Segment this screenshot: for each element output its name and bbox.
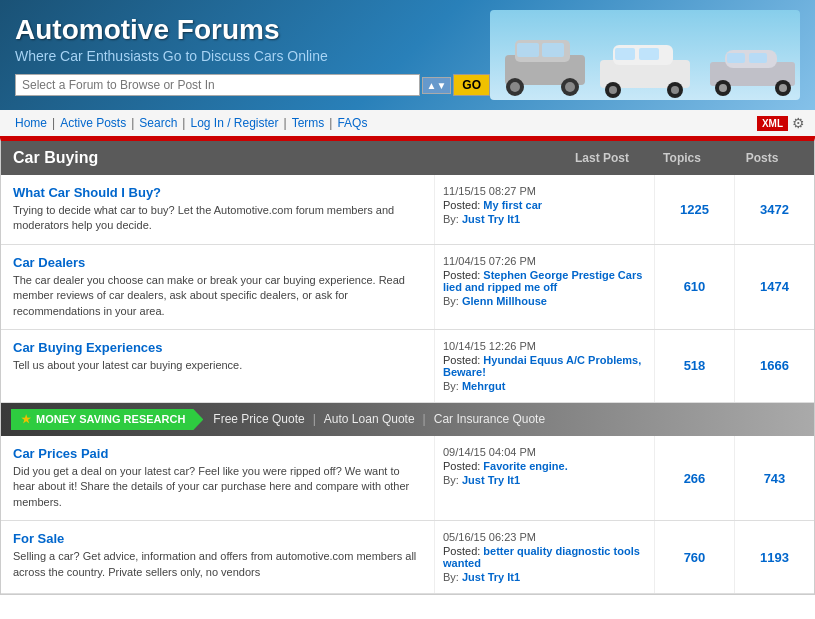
forum-last-post-prices-paid: 09/14/15 04:04 PM Posted: Favorite engin… — [434, 436, 654, 520]
forum-name-prices-paid[interactable]: Car Prices Paid — [13, 446, 422, 461]
forum-go-button[interactable]: GO — [453, 74, 490, 96]
money-links: Free Price Quote | Auto Loan Quote | Car… — [213, 412, 545, 426]
category-header: Car Buying Last Post Topics Posts — [1, 141, 814, 175]
header-branding: Automotive Forums Where Car Enthusiasts … — [15, 14, 490, 96]
last-post-title-for-sale[interactable]: better quality diagnostic tools wanted — [443, 545, 640, 569]
last-post-date-what-car: 11/15/15 08:27 PM — [443, 185, 646, 197]
last-post-user-for-sale[interactable]: Just Try It1 — [462, 571, 520, 583]
money-saving-label: MONEY SAVING RESEARCH — [36, 413, 185, 425]
forum-name-for-sale[interactable]: For Sale — [13, 531, 422, 546]
last-post-posted-label-for-sale: Posted: better quality diagnostic tools … — [443, 545, 646, 569]
last-post-user-prices-paid[interactable]: Just Try It1 — [462, 474, 520, 486]
forum-name-buying-exp[interactable]: Car Buying Experiences — [13, 340, 422, 355]
forum-name-what-car[interactable]: What Car Should I Buy? — [13, 185, 422, 200]
cars-banner-image — [490, 10, 800, 100]
svg-point-14 — [671, 86, 679, 94]
money-link-auto-loan[interactable]: Auto Loan Quote — [324, 412, 415, 426]
svg-rect-15 — [615, 48, 635, 60]
car-buying-section: Car Buying Last Post Topics Posts What C… — [0, 138, 815, 595]
category-title: Car Buying — [13, 149, 562, 167]
last-post-by-for-sale: By: Just Try It1 — [443, 571, 646, 583]
nav-search[interactable]: Search — [134, 116, 182, 130]
forum-posts-prices-paid: 743 — [734, 436, 814, 520]
forum-row-what-car: What Car Should I Buy? Trying to decide … — [1, 175, 814, 245]
page-header: Automotive Forums Where Car Enthusiasts … — [0, 0, 815, 110]
forum-name-car-dealers[interactable]: Car Dealers — [13, 255, 422, 270]
money-link-car-insurance[interactable]: Car Insurance Quote — [434, 412, 545, 426]
star-icon: ★ — [21, 413, 31, 426]
forum-info-for-sale: For Sale Selling a car? Get advice, info… — [1, 521, 434, 593]
svg-rect-23 — [727, 53, 745, 63]
nav-active-posts[interactable]: Active Posts — [55, 116, 131, 130]
last-post-date-car-dealers: 11/04/15 07:26 PM — [443, 255, 646, 267]
select-arrows-icon[interactable]: ▲▼ — [422, 77, 452, 94]
last-post-user-car-dealers[interactable]: Glenn Millhouse — [462, 295, 547, 307]
last-post-title-prices-paid[interactable]: Favorite engine. — [483, 460, 567, 472]
nav-login[interactable]: Log In / Register — [185, 116, 283, 130]
last-post-by-buying-exp: By: Mehrgut — [443, 380, 646, 392]
last-post-posted-label-dealers: Posted: Stephen George Prestige Cars lie… — [443, 269, 646, 293]
forum-last-post-buying-exp: 10/14/15 12:26 PM Posted: Hyundai Equus … — [434, 330, 654, 402]
forum-topics-for-sale: 760 — [654, 521, 734, 593]
forum-select-input[interactable] — [15, 74, 420, 96]
forum-topics-buying-exp: 518 — [654, 330, 734, 402]
col-header-last-post: Last Post — [562, 151, 642, 165]
forum-last-post-what-car: 11/15/15 08:27 PM Posted: My first car B… — [434, 175, 654, 244]
last-post-posted-label-prices-paid: Posted: Favorite engine. — [443, 460, 646, 472]
last-post-by-what-car: By: Just Try It1 — [443, 213, 646, 225]
forum-desc-for-sale: Selling a car? Get advice, information a… — [13, 549, 422, 580]
last-post-title-buying-exp[interactable]: Hyundai Equus A/C Problems, Beware! — [443, 354, 641, 378]
nav-links: Home | Active Posts | Search | Log In / … — [10, 116, 372, 130]
forum-topics-car-dealers: 610 — [654, 245, 734, 329]
forum-row-prices-paid: Car Prices Paid Did you get a deal on yo… — [1, 436, 814, 521]
header-cars-image — [490, 10, 800, 100]
last-post-posted-label: Posted: My first car — [443, 199, 646, 211]
last-post-date-for-sale: 05/16/15 06:23 PM — [443, 531, 646, 543]
svg-rect-24 — [749, 53, 767, 63]
svg-point-6 — [565, 82, 575, 92]
money-link-free-price-quote[interactable]: Free Price Quote — [213, 412, 304, 426]
last-post-user-what-car[interactable]: Just Try It1 — [462, 213, 520, 225]
last-post-date-buying-exp: 10/14/15 12:26 PM — [443, 340, 646, 352]
nav-terms[interactable]: Terms — [287, 116, 330, 130]
forum-row-buying-exp: Car Buying Experiences Tell us about you… — [1, 330, 814, 403]
col-header-topics: Topics — [642, 151, 722, 165]
forum-posts-for-sale: 1193 — [734, 521, 814, 593]
forum-topics-prices-paid: 266 — [654, 436, 734, 520]
svg-point-4 — [510, 82, 520, 92]
money-saving-badge: ★ MONEY SAVING RESEARCH — [11, 409, 203, 430]
forum-posts-car-dealers: 1474 — [734, 245, 814, 329]
last-post-by-prices-paid: By: Just Try It1 — [443, 474, 646, 486]
last-post-posted-label-buying-exp: Posted: Hyundai Equus A/C Problems, Bewa… — [443, 354, 646, 378]
forum-posts-what-car: 3472 — [734, 175, 814, 244]
svg-rect-8 — [542, 43, 564, 57]
money-saving-bar: ★ MONEY SAVING RESEARCH Free Price Quote… — [1, 403, 814, 436]
site-title: Automotive Forums — [15, 14, 490, 46]
last-post-user-buying-exp[interactable]: Mehrgut — [462, 380, 505, 392]
site-subtitle: Where Car Enthusiasts Go to Discuss Cars… — [15, 48, 490, 64]
forum-desc-prices-paid: Did you get a deal on your latest car? F… — [13, 464, 422, 510]
forum-desc-what-car: Trying to decide what car to buy? Let th… — [13, 203, 422, 234]
forum-posts-buying-exp: 1666 — [734, 330, 814, 402]
nav-right: XML ⚙ — [757, 115, 805, 131]
settings-icon[interactable]: ⚙ — [792, 115, 805, 131]
last-post-title-what-car[interactable]: My first car — [483, 199, 542, 211]
forum-last-post-for-sale: 05/16/15 06:23 PM Posted: better quality… — [434, 521, 654, 593]
forum-select-bar: ▲▼ GO — [15, 74, 490, 96]
nav-bar: Home | Active Posts | Search | Log In / … — [0, 110, 815, 138]
forum-info-buying-exp: Car Buying Experiences Tell us about you… — [1, 330, 434, 402]
forum-info-prices-paid: Car Prices Paid Did you get a deal on yo… — [1, 436, 434, 520]
nav-home[interactable]: Home — [10, 116, 52, 130]
forum-last-post-car-dealers: 11/04/15 07:26 PM Posted: Stephen George… — [434, 245, 654, 329]
nav-faqs[interactable]: FAQs — [332, 116, 372, 130]
xml-button[interactable]: XML — [757, 116, 788, 131]
svg-rect-16 — [639, 48, 659, 60]
last-post-by-car-dealers: By: Glenn Millhouse — [443, 295, 646, 307]
forum-desc-car-dealers: The car dealer you choose can make or br… — [13, 273, 422, 319]
forum-topics-what-car: 1225 — [654, 175, 734, 244]
col-header-posts: Posts — [722, 151, 802, 165]
forum-row-for-sale: For Sale Selling a car? Get advice, info… — [1, 521, 814, 594]
svg-point-12 — [609, 86, 617, 94]
last-post-title-car-dealers[interactable]: Stephen George Prestige Cars lied and ri… — [443, 269, 642, 293]
svg-point-22 — [779, 84, 787, 92]
